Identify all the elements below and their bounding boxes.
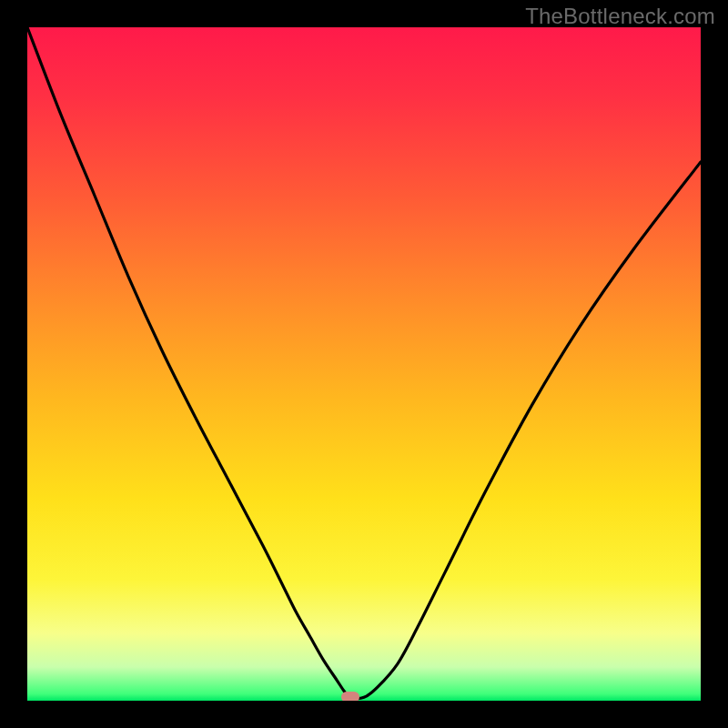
optimal-point-marker xyxy=(341,692,359,701)
bottleneck-curve-path xyxy=(27,27,701,698)
watermark-text: TheBottleneck.com xyxy=(525,4,715,29)
chart-frame: TheBottleneck.com xyxy=(0,0,728,728)
plot-area xyxy=(27,27,701,701)
curve-svg xyxy=(27,27,701,701)
